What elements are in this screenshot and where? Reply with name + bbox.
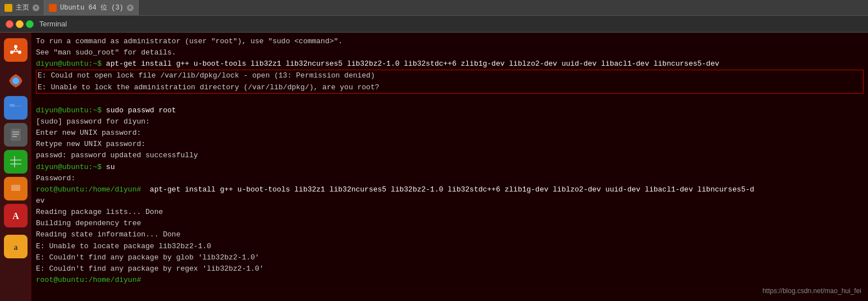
svg-point-3 [10,51,13,54]
error-line-1: E: Could not open lock file /var/lib/dpk… [38,71,375,80]
taskbar: 主页 ✕ Ubuntu 64 位 (3) ✕ [0,0,868,16]
error-line-2: E: Unable to lock the administration dir… [38,83,380,92]
line-6: [sudo] password for diyun: [36,117,150,126]
svg-point-2 [18,51,21,54]
sidebar-icon-spreadsheet[interactable] [4,150,28,174]
line-18: E: Couldn't find any package by glob 'li… [36,253,259,262]
error-box: E: Could not open lock file /var/lib/dpk… [36,70,864,93]
sidebar-icon-text-editor[interactable] [4,123,28,147]
svg-text:a: a [13,243,17,252]
svg-text:A: A [12,211,19,221]
terminal-window[interactable]: To run a command as administrator (user … [31,33,868,301]
line-17: E: Unable to locate package lib32bz2-1.0 [36,242,211,250]
titlebar: Terminal [0,16,868,33]
close-button[interactable] [6,20,13,28]
line-5: diyun@ubuntu:~$ sudo passwd root [36,106,176,115]
line-10: diyun@ubuntu:~$ su [36,163,115,171]
ubuntu-tab-close[interactable]: ✕ [127,4,134,11]
sidebar-icon-files[interactable] [4,96,28,120]
sidebar-icon-font[interactable]: A [4,204,28,227]
line-20-cursor: root@ubuntu:/home/diyun# [36,276,145,284]
terminal-content: To run a command as administrator (user … [36,36,864,286]
watermark: https://blog.csdn.net/mao_hui_fei [762,286,861,297]
window-controls [6,20,34,28]
line-16: Reading state information... Done [36,230,180,239]
svg-rect-8 [11,129,21,141]
line-19: E: Couldn't find any package by regex 'l… [36,264,264,273]
line-3: diyun@ubuntu:~$ apt-get install g++ u-bo… [36,60,719,68]
sidebar-divider-2 [6,231,26,231]
sidebar-icon-ubuntu[interactable] [4,38,28,62]
ubuntu-tab-icon [49,4,57,12]
svg-rect-7 [10,104,15,107]
line-11: Password: [36,174,75,183]
line-12: root@ubuntu:/home/diyun# apt-get install… [36,185,754,194]
tab-home[interactable]: 主页 ✕ [0,0,44,15]
sidebar-icon-presentation[interactable] [4,177,28,200]
line-15: Building dependency tree [36,219,141,227]
line-2: See "man sudo_root" for details. [36,48,176,57]
sidebar-divider-1 [6,65,26,66]
home-tab-icon [4,4,12,12]
ubuntu-tab-label: Ubuntu 64 位 (3) [60,3,124,12]
svg-rect-12 [10,156,21,167]
minimize-button[interactable] [16,20,24,28]
maximize-button[interactable] [26,20,34,28]
line-13: ev [36,197,45,205]
sidebar-icon-firefox[interactable] [4,69,28,93]
home-tab-close[interactable]: ✕ [33,4,39,11]
line-9: passwd: password updated successfully [36,151,198,159]
line-14: Reading package lists... Done [36,208,163,216]
line-8: Retype new UNIX password: [36,140,145,148]
svg-rect-17 [11,185,20,191]
tab-ubuntu[interactable]: Ubuntu 64 位 (3) ✕ [44,0,139,15]
home-tab-label: 主页 [16,3,29,12]
sidebar: A a [0,33,31,301]
svg-point-5 [12,77,19,84]
window-title: Terminal [39,20,67,28]
sidebar-icon-amazon[interactable]: a [4,235,28,258]
line-1: To run a command as administrator (user … [36,37,342,45]
line-7: Enter new UNIX password: [36,129,141,137]
